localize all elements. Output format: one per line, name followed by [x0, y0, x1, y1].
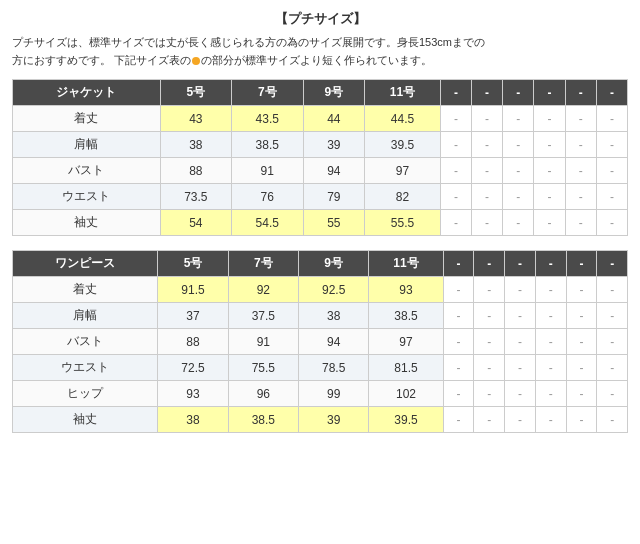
row-dash: -	[474, 407, 505, 433]
row-value: 78.5	[298, 355, 368, 381]
jacket-header-label: ジャケット	[13, 80, 161, 106]
table-row: 着丈4343.54444.5------	[13, 106, 628, 132]
row-label: 袖丈	[13, 407, 158, 433]
row-dash: -	[565, 132, 596, 158]
row-dash: -	[505, 303, 536, 329]
jacket-header-d1: -	[440, 80, 471, 106]
row-dash: -	[503, 184, 534, 210]
row-dash: -	[474, 277, 505, 303]
onepiece-table: ワンピース 5号 7号 9号 11号 - - - - - - 着丈91.5929…	[12, 250, 628, 433]
row-value: 94	[303, 158, 365, 184]
row-dash: -	[505, 355, 536, 381]
row-value: 37	[158, 303, 228, 329]
row-dash: -	[505, 329, 536, 355]
row-dash: -	[565, 210, 596, 236]
row-dash: -	[565, 158, 596, 184]
row-value: 54.5	[232, 210, 303, 236]
row-label: ヒップ	[13, 381, 158, 407]
row-label: ウエスト	[13, 184, 161, 210]
row-value: 99	[298, 381, 368, 407]
row-dash: -	[472, 158, 503, 184]
row-dash: -	[443, 355, 474, 381]
row-dash: -	[505, 381, 536, 407]
row-value: 97	[365, 158, 441, 184]
jacket-header-11: 11号	[365, 80, 441, 106]
row-dash: -	[596, 210, 627, 236]
row-value: 38	[158, 407, 228, 433]
row-dash: -	[474, 329, 505, 355]
onepiece-header-label: ワンピース	[13, 251, 158, 277]
description: プチサイズは、標準サイズでは丈が長く感じられる方の為のサイズ展開です。身長153…	[12, 34, 628, 69]
row-value: 72.5	[158, 355, 228, 381]
jacket-table: ジャケット 5号 7号 9号 11号 - - - - - - 着丈4343.54…	[12, 79, 628, 236]
row-dash: -	[535, 407, 566, 433]
jacket-header-d3: -	[503, 80, 534, 106]
row-label: 肩幅	[13, 132, 161, 158]
row-dash: -	[566, 303, 597, 329]
row-dash: -	[565, 106, 596, 132]
jacket-header-5: 5号	[160, 80, 231, 106]
row-dash: -	[566, 407, 597, 433]
row-dash: -	[534, 158, 565, 184]
row-dash: -	[597, 303, 628, 329]
onepiece-header-d6: -	[597, 251, 628, 277]
row-dash: -	[472, 184, 503, 210]
row-dash: -	[597, 381, 628, 407]
jacket-header-d5: -	[565, 80, 596, 106]
row-dash: -	[505, 277, 536, 303]
row-dash: -	[566, 355, 597, 381]
row-value: 38.5	[232, 132, 303, 158]
row-value: 88	[160, 158, 231, 184]
row-dash: -	[534, 210, 565, 236]
row-dash: -	[505, 407, 536, 433]
table-row: バスト88919497------	[13, 158, 628, 184]
table-row: 袖丈3838.53939.5------	[13, 407, 628, 433]
row-dash: -	[503, 132, 534, 158]
jacket-section: ジャケット 5号 7号 9号 11号 - - - - - - 着丈4343.54…	[12, 79, 628, 236]
row-value: 39	[298, 407, 368, 433]
row-dash: -	[443, 277, 474, 303]
onepiece-header-11: 11号	[369, 251, 443, 277]
row-dash: -	[534, 184, 565, 210]
row-dash: -	[596, 106, 627, 132]
table-row: 袖丈5454.55555.5------	[13, 210, 628, 236]
row-dash: -	[566, 329, 597, 355]
row-dash: -	[566, 381, 597, 407]
row-dash: -	[443, 381, 474, 407]
row-dash: -	[440, 210, 471, 236]
table-row: 肩幅3737.53838.5------	[13, 303, 628, 329]
row-value: 38	[298, 303, 368, 329]
row-value: 44.5	[365, 106, 441, 132]
jacket-header-9: 9号	[303, 80, 365, 106]
row-value: 38.5	[228, 407, 298, 433]
row-value: 39.5	[365, 132, 441, 158]
row-dash: -	[596, 184, 627, 210]
row-value: 81.5	[369, 355, 443, 381]
row-dash: -	[535, 355, 566, 381]
row-label: バスト	[13, 158, 161, 184]
row-dash: -	[503, 158, 534, 184]
row-dash: -	[474, 381, 505, 407]
onepiece-header-d2: -	[474, 251, 505, 277]
row-dash: -	[597, 355, 628, 381]
row-dash: -	[565, 184, 596, 210]
row-value: 37.5	[228, 303, 298, 329]
row-value: 91	[232, 158, 303, 184]
row-dash: -	[474, 303, 505, 329]
row-value: 92.5	[298, 277, 368, 303]
row-dash: -	[535, 277, 566, 303]
jacket-header-d6: -	[596, 80, 627, 106]
row-dash: -	[503, 210, 534, 236]
table-row: ウエスト72.575.578.581.5------	[13, 355, 628, 381]
row-value: 92	[228, 277, 298, 303]
row-value: 93	[369, 277, 443, 303]
row-value: 43.5	[232, 106, 303, 132]
jacket-header-d4: -	[534, 80, 565, 106]
row-dash: -	[566, 277, 597, 303]
row-dash: -	[597, 407, 628, 433]
row-value: 79	[303, 184, 365, 210]
row-value: 91.5	[158, 277, 228, 303]
row-value: 88	[158, 329, 228, 355]
table-row: 肩幅3838.53939.5------	[13, 132, 628, 158]
table-row: 着丈91.59292.593------	[13, 277, 628, 303]
